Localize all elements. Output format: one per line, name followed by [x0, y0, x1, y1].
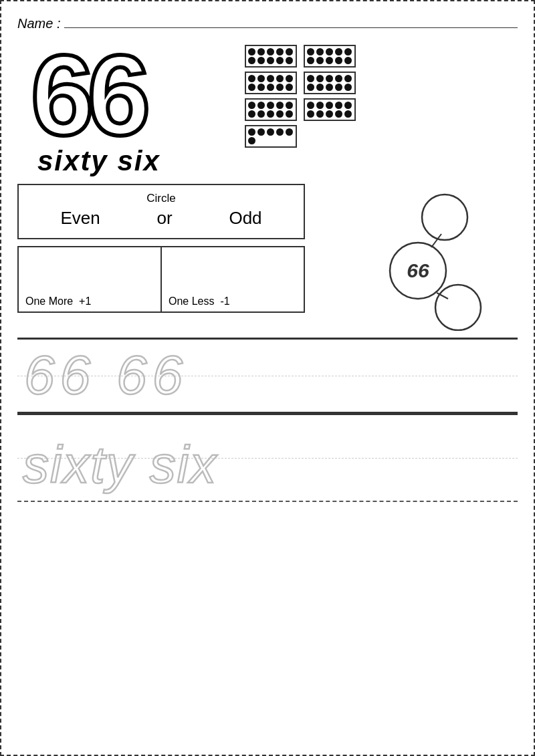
svg-text:66: 66	[407, 259, 429, 281]
one-less-label: One Less -1	[169, 295, 297, 307]
name-row: Name :	[17, 13, 518, 31]
dot-row-3	[245, 98, 356, 121]
dot-arrays-area	[245, 38, 518, 148]
dot-grid	[245, 125, 297, 148]
less-cell: One Less -1	[162, 247, 304, 311]
dot-grid	[245, 72, 297, 94]
word-label: sixty six	[37, 145, 160, 177]
svg-point-1	[422, 195, 467, 240]
dot-grid	[304, 98, 356, 121]
odd-label: Odd	[229, 208, 261, 229]
more-cell: One More +1	[19, 247, 162, 311]
middle-section: Circle Even or Odd One More +1 One Less …	[17, 184, 518, 331]
big-number-display: 66	[31, 38, 144, 152]
svg-point-2	[435, 285, 481, 330]
even-odd-options: Even or Odd	[32, 208, 290, 229]
top-section: 66 sixty six	[17, 38, 518, 177]
dot-row-2	[245, 72, 356, 94]
one-more-label: One More +1	[25, 295, 154, 307]
dot-row-4	[245, 125, 297, 148]
more-less-box: One More +1 One Less -1	[17, 246, 305, 313]
number-tracing-text: 66 66	[24, 344, 188, 406]
dot-grid	[245, 45, 297, 68]
worksheet-page: Name : 66 sixty six	[0, 0, 535, 756]
number-writing-row: 66 66	[17, 340, 518, 413]
even-odd-box: Circle Even or Odd	[17, 184, 305, 239]
or-label: or	[156, 208, 172, 229]
word-writing-row: sixty six	[17, 415, 518, 502]
even-label: Even	[60, 208, 100, 229]
left-boxes: Circle Even or Odd One More +1 One Less …	[17, 184, 305, 313]
bubble-area: 66	[318, 184, 518, 331]
dot-grid	[245, 98, 297, 121]
circle-label: Circle	[32, 192, 290, 205]
big-number-area: 66 sixty six	[17, 38, 245, 177]
name-underline	[64, 13, 518, 28]
name-label: Name :	[17, 16, 60, 31]
bubble-diagram: 66	[344, 184, 492, 331]
dot-row-1	[245, 45, 356, 68]
dot-grid	[304, 45, 356, 68]
word-tracing-text: sixty six	[23, 434, 217, 495]
dot-grid	[304, 72, 356, 94]
